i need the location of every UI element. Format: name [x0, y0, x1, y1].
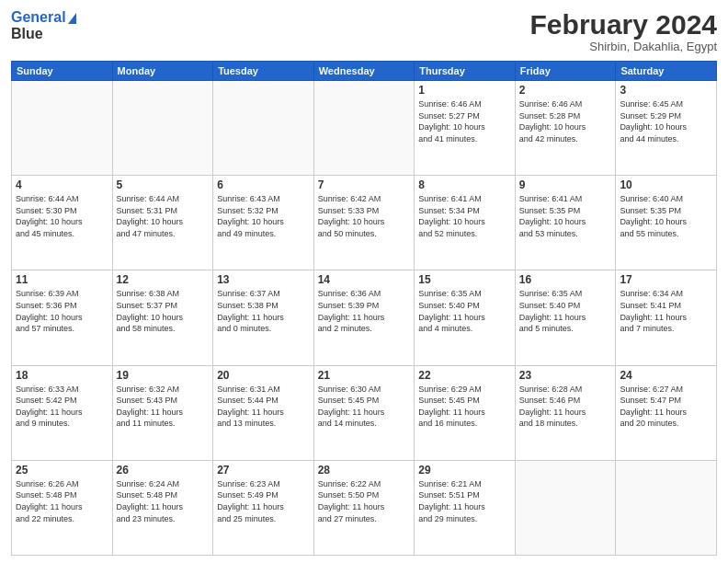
calendar-week-4: 18Sunrise: 6:33 AM Sunset: 5:42 PM Dayli…: [12, 365, 717, 460]
calendar-cell: 10Sunrise: 6:40 AM Sunset: 5:35 PM Dayli…: [616, 176, 717, 270]
page: General Blue February 2024 Shirbin, Daka…: [0, 0, 728, 563]
day-number: 15: [418, 273, 511, 286]
calendar-cell: 14Sunrise: 6:36 AM Sunset: 5:39 PM Dayli…: [313, 270, 415, 365]
day-info: Sunrise: 6:35 AM Sunset: 5:40 PM Dayligh…: [519, 288, 612, 334]
day-number: 17: [620, 273, 712, 286]
day-number: 20: [217, 369, 310, 382]
calendar-header-row: Sunday Monday Tuesday Wednesday Thursday…: [12, 62, 717, 81]
day-number: 21: [318, 369, 411, 382]
day-number: 7: [318, 178, 411, 191]
calendar-cell: 1Sunrise: 6:46 AM Sunset: 5:27 PM Daylig…: [415, 81, 516, 176]
calendar-cell: 7Sunrise: 6:42 AM Sunset: 5:33 PM Daylig…: [313, 176, 415, 270]
header-wednesday: Wednesday: [313, 62, 415, 81]
day-number: 23: [519, 369, 612, 382]
calendar-week-2: 4Sunrise: 6:44 AM Sunset: 5:30 PM Daylig…: [12, 176, 717, 270]
calendar-cell: 18Sunrise: 6:33 AM Sunset: 5:42 PM Dayli…: [12, 365, 113, 460]
calendar-cell: 17Sunrise: 6:34 AM Sunset: 5:41 PM Dayli…: [616, 270, 717, 365]
day-info: Sunrise: 6:45 AM Sunset: 5:29 PM Dayligh…: [620, 98, 712, 144]
day-info: Sunrise: 6:26 AM Sunset: 5:48 PM Dayligh…: [16, 478, 108, 524]
main-title: February 2024: [530, 9, 717, 40]
calendar-cell: 23Sunrise: 6:28 AM Sunset: 5:46 PM Dayli…: [515, 365, 616, 460]
calendar-cell: 8Sunrise: 6:41 AM Sunset: 5:34 PM Daylig…: [415, 176, 516, 270]
day-info: Sunrise: 6:24 AM Sunset: 5:48 PM Dayligh…: [117, 478, 210, 524]
header-friday: Friday: [515, 62, 616, 81]
calendar-week-1: 1Sunrise: 6:46 AM Sunset: 5:27 PM Daylig…: [12, 81, 717, 176]
calendar-cell: [112, 81, 213, 176]
calendar-cell: [616, 460, 717, 555]
day-info: Sunrise: 6:37 AM Sunset: 5:38 PM Dayligh…: [217, 288, 310, 334]
day-info: Sunrise: 6:33 AM Sunset: 5:42 PM Dayligh…: [16, 384, 108, 430]
day-info: Sunrise: 6:31 AM Sunset: 5:44 PM Dayligh…: [217, 384, 310, 430]
day-number: 4: [16, 178, 108, 191]
day-info: Sunrise: 6:41 AM Sunset: 5:35 PM Dayligh…: [519, 193, 612, 239]
calendar-cell: 20Sunrise: 6:31 AM Sunset: 5:44 PM Dayli…: [213, 365, 314, 460]
calendar-cell: 4Sunrise: 6:44 AM Sunset: 5:30 PM Daylig…: [12, 176, 113, 270]
day-number: 29: [418, 464, 511, 477]
calendar-table: Sunday Monday Tuesday Wednesday Thursday…: [11, 61, 717, 556]
calendar-cell: 26Sunrise: 6:24 AM Sunset: 5:48 PM Dayli…: [112, 460, 213, 555]
day-info: Sunrise: 6:30 AM Sunset: 5:45 PM Dayligh…: [318, 384, 411, 430]
header-saturday: Saturday: [616, 62, 717, 81]
calendar-cell: 19Sunrise: 6:32 AM Sunset: 5:43 PM Dayli…: [112, 365, 213, 460]
day-info: Sunrise: 6:22 AM Sunset: 5:50 PM Dayligh…: [318, 478, 411, 524]
day-info: Sunrise: 6:38 AM Sunset: 5:37 PM Dayligh…: [117, 288, 210, 334]
day-number: 3: [620, 84, 712, 97]
calendar-cell: [12, 81, 113, 176]
day-number: 9: [519, 178, 612, 191]
day-info: Sunrise: 6:35 AM Sunset: 5:40 PM Dayligh…: [418, 288, 511, 334]
day-info: Sunrise: 6:36 AM Sunset: 5:39 PM Dayligh…: [318, 288, 411, 334]
day-number: 11: [16, 273, 108, 286]
day-info: Sunrise: 6:43 AM Sunset: 5:32 PM Dayligh…: [217, 193, 310, 239]
day-info: Sunrise: 6:42 AM Sunset: 5:33 PM Dayligh…: [318, 193, 411, 239]
calendar-cell: 28Sunrise: 6:22 AM Sunset: 5:50 PM Dayli…: [313, 460, 415, 555]
calendar-cell: 27Sunrise: 6:23 AM Sunset: 5:49 PM Dayli…: [213, 460, 314, 555]
day-number: 13: [217, 273, 310, 286]
header: General Blue February 2024 Shirbin, Daka…: [11, 9, 717, 53]
calendar-cell: [213, 81, 314, 176]
calendar-cell: [515, 460, 616, 555]
header-thursday: Thursday: [415, 62, 516, 81]
day-info: Sunrise: 6:46 AM Sunset: 5:27 PM Dayligh…: [418, 98, 511, 144]
calendar-cell: 21Sunrise: 6:30 AM Sunset: 5:45 PM Dayli…: [313, 365, 415, 460]
day-info: Sunrise: 6:41 AM Sunset: 5:34 PM Dayligh…: [418, 193, 511, 239]
header-sunday: Sunday: [12, 62, 113, 81]
logo: General Blue: [11, 9, 76, 41]
calendar-cell: 13Sunrise: 6:37 AM Sunset: 5:38 PM Dayli…: [213, 270, 314, 365]
day-number: 8: [418, 178, 511, 191]
day-info: Sunrise: 6:34 AM Sunset: 5:41 PM Dayligh…: [620, 288, 712, 334]
calendar-cell: 2Sunrise: 6:46 AM Sunset: 5:28 PM Daylig…: [515, 81, 616, 176]
day-number: 1: [418, 84, 511, 97]
day-number: 10: [620, 178, 712, 191]
calendar-cell: 15Sunrise: 6:35 AM Sunset: 5:40 PM Dayli…: [415, 270, 516, 365]
day-number: 27: [217, 464, 310, 477]
day-number: 19: [117, 369, 210, 382]
calendar-cell: 25Sunrise: 6:26 AM Sunset: 5:48 PM Dayli…: [12, 460, 113, 555]
day-number: 16: [519, 273, 612, 286]
day-number: 2: [519, 84, 612, 97]
calendar-cell: 11Sunrise: 6:39 AM Sunset: 5:36 PM Dayli…: [12, 270, 113, 365]
calendar-cell: 12Sunrise: 6:38 AM Sunset: 5:37 PM Dayli…: [112, 270, 213, 365]
day-info: Sunrise: 6:46 AM Sunset: 5:28 PM Dayligh…: [519, 98, 612, 144]
calendar-week-5: 25Sunrise: 6:26 AM Sunset: 5:48 PM Dayli…: [12, 460, 717, 555]
day-info: Sunrise: 6:32 AM Sunset: 5:43 PM Dayligh…: [117, 384, 210, 430]
calendar-cell: 16Sunrise: 6:35 AM Sunset: 5:40 PM Dayli…: [515, 270, 616, 365]
day-number: 18: [16, 369, 108, 382]
day-info: Sunrise: 6:28 AM Sunset: 5:46 PM Dayligh…: [519, 384, 612, 430]
day-number: 24: [620, 369, 712, 382]
day-number: 6: [217, 178, 310, 191]
calendar-cell: 5Sunrise: 6:44 AM Sunset: 5:31 PM Daylig…: [112, 176, 213, 270]
day-info: Sunrise: 6:39 AM Sunset: 5:36 PM Dayligh…: [16, 288, 108, 334]
calendar-cell: 9Sunrise: 6:41 AM Sunset: 5:35 PM Daylig…: [515, 176, 616, 270]
day-info: Sunrise: 6:21 AM Sunset: 5:51 PM Dayligh…: [418, 478, 511, 524]
header-tuesday: Tuesday: [213, 62, 314, 81]
calendar-cell: 6Sunrise: 6:43 AM Sunset: 5:32 PM Daylig…: [213, 176, 314, 270]
calendar-cell: 24Sunrise: 6:27 AM Sunset: 5:47 PM Dayli…: [616, 365, 717, 460]
day-number: 5: [117, 178, 210, 191]
day-info: Sunrise: 6:27 AM Sunset: 5:47 PM Dayligh…: [620, 384, 712, 430]
day-info: Sunrise: 6:23 AM Sunset: 5:49 PM Dayligh…: [217, 478, 310, 524]
day-number: 28: [318, 464, 411, 477]
day-number: 12: [117, 273, 210, 286]
header-monday: Monday: [112, 62, 213, 81]
day-number: 26: [117, 464, 210, 477]
day-info: Sunrise: 6:44 AM Sunset: 5:31 PM Dayligh…: [117, 193, 210, 239]
